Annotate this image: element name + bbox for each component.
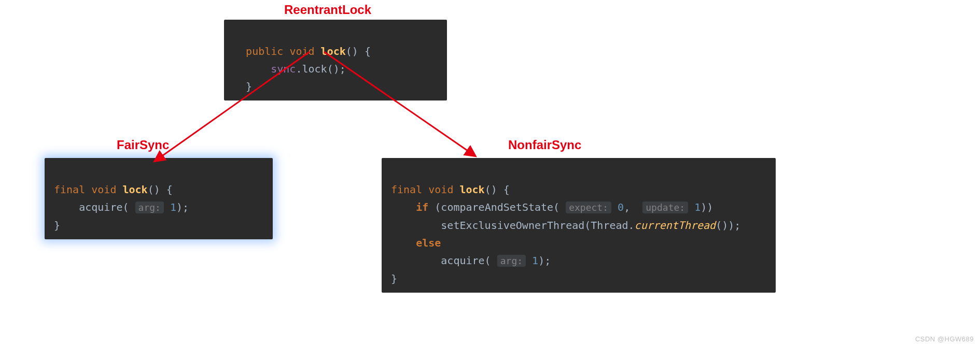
line-2: sync.lock(); (233, 63, 346, 75)
line-2: if (compareAndSetState( expect: 0, updat… (391, 201, 713, 213)
label-reentrantlock: ReentrantLock (284, 3, 371, 17)
line-3: } (233, 80, 252, 93)
line-2: acquire( arg: 1); (54, 201, 189, 213)
line-3: setExclusiveOwnerThread(Thread.currentTh… (391, 219, 740, 232)
line-3: } (54, 219, 60, 232)
line-4: else (391, 237, 441, 249)
code-box-reentrantlock: public void lock() { sync.lock(); } (224, 20, 447, 100)
watermark: CSDN @HGW689 (915, 335, 974, 343)
line-6: } (391, 272, 397, 285)
line-1: final void lock() { (391, 183, 510, 196)
label-nonfairsync: NonfairSync (508, 138, 581, 152)
code-box-fairsync: final void lock() { acquire( arg: 1); } (45, 158, 273, 239)
line-1: final void lock() { (54, 183, 173, 196)
label-fairsync: FairSync (117, 138, 169, 152)
line-1: public void lock() { (233, 45, 371, 57)
code-box-nonfairsync: final void lock() { if (compareAndSetSta… (382, 158, 776, 293)
line-5: acquire( arg: 1); (391, 254, 551, 267)
